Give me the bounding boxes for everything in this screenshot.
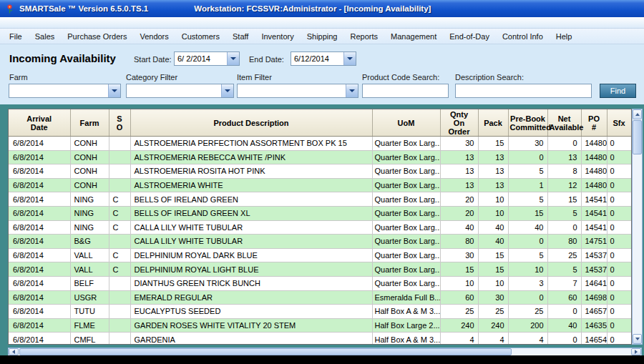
table-cell: 14537 <box>581 248 607 262</box>
table-cell: 1 <box>508 178 547 192</box>
table-row[interactable]: 6/8/2014CMFLGARDENIAHalf Box A & M 3...4… <box>9 333 631 345</box>
table-row[interactable]: 6/8/2014VALLCDELPHINIUM ROYAL LIGHT BLUE… <box>9 262 631 277</box>
table-row[interactable]: 6/8/2014CONHALSTROEMERIA WHITEQuarter Bo… <box>9 178 631 192</box>
chevron-down-icon[interactable] <box>343 52 356 65</box>
table-row[interactable]: 6/8/2014NINGCCALLA LILY WHITE TUBULARQua… <box>9 220 631 235</box>
chevron-down-icon[interactable] <box>227 52 239 65</box>
start-date-value: 6/ 2/2014 <box>177 54 210 63</box>
vertical-scroll-thumb[interactable] <box>633 120 642 154</box>
menu-item-management[interactable]: Management <box>384 30 443 43</box>
table-cell: 15 <box>547 192 581 207</box>
data-grid: ArrivalDateFarmSOProduct DescriptionUoMQ… <box>8 109 632 345</box>
horizontal-scroll-thumb[interactable] <box>19 348 512 355</box>
column-header[interactable]: ArrivalDate <box>9 110 70 137</box>
menu-item-reports[interactable]: Reports <box>344 30 385 43</box>
scroll-left-icon[interactable] <box>9 348 19 355</box>
menu-item-inventory[interactable]: Inventory <box>255 30 300 43</box>
table-row[interactable]: 6/8/2014B&GCALLA LILY WHITE TUBULARQuart… <box>9 235 631 249</box>
table-cell <box>109 164 130 179</box>
table-cell: 4 <box>508 333 547 345</box>
table-row[interactable]: 6/8/2014CONHALSTROEMERIA REBECCA WHITE /… <box>9 150 631 164</box>
table-cell: 60 <box>547 290 581 305</box>
table-cell: 13 <box>478 164 508 179</box>
table-cell: 14635 <box>581 318 607 333</box>
column-header[interactable]: Sfx <box>607 110 631 137</box>
find-button[interactable]: Find <box>600 84 636 98</box>
page-title: Incoming Availability <box>9 52 116 64</box>
menu-item-staff[interactable]: Staff <box>226 30 255 43</box>
table-cell: 6/8/2014 <box>9 305 70 319</box>
table-cell: 25 <box>440 305 478 319</box>
farm-filter-select[interactable] <box>9 84 121 98</box>
scroll-down-icon[interactable] <box>633 334 642 344</box>
table-cell: 8 <box>547 164 581 179</box>
product-code-search-label: Product Code Search: <box>362 73 439 82</box>
column-header[interactable]: PO# <box>581 110 607 137</box>
menu-item-purchase-orders[interactable]: Purchase Orders <box>61 30 133 43</box>
column-header[interactable]: Product Description <box>130 110 372 137</box>
table-cell: 14751 <box>581 235 607 249</box>
table-cell: Quarter Box Larg... <box>372 262 440 277</box>
table-cell: 14480 <box>581 178 607 192</box>
menu-item-sales[interactable]: Sales <box>29 30 62 43</box>
menu-item-end-of-day[interactable]: End-of-Day <box>443 30 496 43</box>
column-header[interactable]: UoM <box>372 110 440 137</box>
table-row[interactable]: 6/8/2014USGREMERALD REGULAREsmeralda Ful… <box>9 290 631 305</box>
table-row[interactable]: 6/8/2014NINGCBELLS OF IRELAND GREEN XLQu… <box>9 206 631 220</box>
table-cell: 13 <box>478 178 508 192</box>
table-row[interactable]: 6/8/2014CONHALSTROEMERIA ROSITA HOT PINK… <box>9 164 631 179</box>
table-cell: 13 <box>547 150 581 164</box>
vertical-scrollbar[interactable] <box>632 109 643 345</box>
menu-item-help[interactable]: Help <box>550 30 579 43</box>
table-cell: CALLA LILY WHITE TUBULAR <box>130 235 372 249</box>
table-cell: 30 <box>440 248 478 262</box>
column-header[interactable]: Pre-BookCommitted <box>508 110 547 137</box>
table-cell: Quarter Box Larg... <box>372 192 440 207</box>
chevron-down-icon[interactable] <box>346 84 358 97</box>
table-cell: 0 <box>508 235 547 249</box>
table-cell: 6/8/2014 <box>9 318 70 333</box>
menu-item-control-info[interactable]: Control Info <box>496 30 550 43</box>
column-header[interactable]: Pack <box>478 110 508 137</box>
end-date-select[interactable]: 6/12/2014 <box>291 51 356 66</box>
table-cell: 15 <box>478 262 508 277</box>
table-row[interactable]: 6/8/2014FLMEGARDEN ROSES WHITE VITALITY … <box>9 318 631 333</box>
menu-item-file[interactable]: File <box>3 30 29 43</box>
table-cell: Quarter Box Larg... <box>372 235 440 249</box>
column-header[interactable]: QntyOnOrder <box>440 110 478 137</box>
table-cell: 30 <box>440 137 478 151</box>
table-cell: DELPHINIUM ROYAL DARK BLUE <box>130 248 372 262</box>
table-cell: 5 <box>508 164 547 179</box>
product-code-search-input[interactable] <box>362 84 449 98</box>
column-header[interactable]: Farm <box>70 110 109 137</box>
table-cell: FLME <box>70 318 109 333</box>
table-cell: 0 <box>607 290 631 305</box>
table-cell: 4 <box>440 333 478 345</box>
start-date-label: Start Date: <box>134 55 172 64</box>
menu-item-customers[interactable]: Customers <box>175 30 226 43</box>
menu-item-vendors[interactable]: Vendors <box>133 30 175 43</box>
table-cell: 40 <box>547 318 581 333</box>
scroll-right-icon[interactable] <box>631 348 641 355</box>
table-row[interactable]: 6/8/2014TUTUEUCALYPTUS SEEDEDHalf Box A … <box>9 305 631 319</box>
table-row[interactable]: 6/8/2014NINGCBELLS OF IRELAND GREENQuart… <box>9 192 631 207</box>
start-date-select[interactable]: 6/ 2/2014 <box>174 51 240 66</box>
column-header[interactable]: NetAvailable <box>547 110 581 137</box>
column-header[interactable]: SO <box>109 110 130 137</box>
table-row[interactable]: 6/8/2014CONHALSTROEMERIA PERFECTION ASSO… <box>9 137 631 151</box>
chevron-down-icon[interactable] <box>108 84 120 97</box>
scroll-up-icon[interactable] <box>633 109 642 119</box>
description-search-input[interactable] <box>455 84 592 98</box>
table-cell: 0 <box>607 137 631 151</box>
item-filter-select[interactable] <box>237 84 358 98</box>
application-window: SMARTSale ™ Version 6.5.0.TS.1 Workstati… <box>0 0 644 364</box>
table-row[interactable]: 6/8/2014VALLCDELPHINIUM ROYAL DARK BLUEQ… <box>9 248 631 262</box>
table-cell: 6/8/2014 <box>9 150 70 164</box>
menu-item-shipping[interactable]: Shipping <box>301 30 344 43</box>
table-cell: 13 <box>440 178 478 192</box>
table-cell: 15 <box>478 137 508 151</box>
chevron-down-icon[interactable] <box>221 84 233 97</box>
table-row[interactable]: 6/8/2014BELFDIANTHUS GREEN TRICK BUNCHQu… <box>9 276 631 290</box>
table-cell: 0 <box>508 290 547 305</box>
category-filter-select[interactable] <box>126 84 234 98</box>
